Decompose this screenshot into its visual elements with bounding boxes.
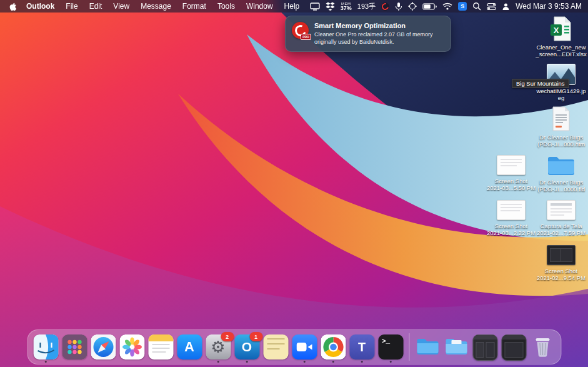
- label-line-1: Screen Shot: [495, 178, 527, 184]
- svg-text:X: X: [554, 26, 559, 35]
- microphone-icon[interactable]: [395, 0, 402, 13]
- icon-label: Dr Cleaner Bugs (PDG-JI...000.htm: [537, 134, 586, 148]
- desktop-icon-screenshot-3[interactable]: Captura de Tela 2021-02...7.59 PM: [535, 200, 587, 237]
- app-store-icon: A: [177, 334, 202, 359]
- icon-label: Screen Shot 2021-03...5.50 PM: [487, 178, 536, 192]
- menu-window[interactable]: Window: [241, 0, 279, 13]
- dock-safari[interactable]: [91, 334, 116, 361]
- gear-icon: ⚙: [211, 339, 225, 355]
- desktop-icon-html-file[interactable]: Dr Cleaner Bugs (PDG-JI...000.htm: [535, 106, 587, 148]
- label-line-1: Screen Shot: [495, 223, 527, 229]
- dock-app-store[interactable]: A: [177, 334, 202, 361]
- blue-app-letter: S: [461, 3, 464, 9]
- zoom-icon: [292, 334, 317, 359]
- desktop-icon-screenshot-2[interactable]: Screen Shot 2021-03...2.22 PM: [485, 200, 537, 237]
- label-line-2: (PDG-JI...0000.fld: [537, 186, 585, 193]
- label-line-2: (PDG-JI...000.htm: [537, 141, 586, 148]
- label-line-1: Captura de Tela: [541, 223, 582, 229]
- icon-label: Dr Cleaner Bugs (PDG-JI...0000.fld: [537, 179, 585, 193]
- notification-badge: 1: [249, 332, 262, 341]
- icon-label: Screen Shot 2021-02...9.54 PM: [537, 268, 586, 282]
- spotlight-search-icon[interactable]: [472, 0, 481, 13]
- apple-icon: [9, 2, 17, 11]
- folder-icon: [547, 154, 576, 176]
- dock-trash[interactable]: [530, 334, 555, 361]
- running-indicator: [389, 361, 392, 363]
- cleaner-one-menu-icon[interactable]: [381, 3, 389, 11]
- desktop: Outlook File Edit View Message Format To…: [0, 0, 588, 367]
- dock-system-preferences[interactable]: ⚙ 2: [206, 334, 231, 361]
- desktop-icon-excel-file[interactable]: X Cleaner_One_new _screen...EDIT.xlsx: [535, 16, 587, 58]
- label-line-2: 2021-02...7.59 PM: [537, 229, 586, 236]
- dock-photos[interactable]: [119, 334, 144, 361]
- blue-app-icon[interactable]: S: [458, 2, 467, 11]
- dock-minimized-window-2[interactable]: [501, 334, 526, 361]
- terminal-icon: >_: [378, 334, 403, 359]
- dock-terminal[interactable]: >_: [378, 334, 403, 361]
- dock-chrome[interactable]: [321, 334, 346, 361]
- desktop-icon-screenshot-1[interactable]: Screen Shot 2021-03...5.50 PM: [485, 155, 537, 192]
- apple-menu[interactable]: [5, 2, 21, 11]
- menu-bar-clock[interactable]: Wed Mar 3 9:53 AM: [516, 2, 583, 11]
- menu-file[interactable]: File: [60, 0, 83, 13]
- menu-tools[interactable]: Tools: [212, 0, 241, 13]
- icon-label: wechatIMG1429.jp eg: [536, 88, 586, 102]
- control-center-icon[interactable]: [487, 0, 496, 13]
- chrome-icon: [321, 334, 346, 359]
- screenshot-crosshair-icon[interactable]: [408, 0, 417, 13]
- label-line-2: 2021-03...2.22 PM: [487, 229, 536, 236]
- dock-folder-1[interactable]: [415, 334, 440, 361]
- label-line-1: wechatIMG1429.jp: [536, 88, 586, 94]
- dropbox-icon[interactable]: [326, 0, 335, 13]
- pro-badge: PRO: [301, 34, 311, 40]
- photos-icon: [119, 334, 144, 359]
- notification-banner[interactable]: PRO Smart Memory Optimization Cleaner On…: [285, 16, 451, 52]
- minimized-window-icon: [501, 334, 526, 361]
- display-icon[interactable]: [310, 0, 320, 13]
- menu-app-name[interactable]: Outlook: [21, 2, 60, 11]
- launchpad-icon: [62, 334, 87, 359]
- notification-body-line2: originally used by BaiduNetdisk.: [314, 39, 394, 45]
- dock-zoom[interactable]: [292, 334, 317, 361]
- teams-letter: T: [358, 340, 366, 354]
- wifi-icon[interactable]: [442, 0, 452, 13]
- battery-icon[interactable]: [422, 0, 437, 13]
- menu-bar: Outlook File Edit View Message Format To…: [0, 0, 588, 13]
- ime-status[interactable]: 193手: [357, 0, 376, 13]
- menu-edit[interactable]: Edit: [84, 0, 108, 13]
- label-line-1: Screen Shot: [545, 268, 577, 274]
- excel-file-icon: X: [549, 16, 574, 41]
- menu-view[interactable]: View: [107, 0, 135, 13]
- menu-message[interactable]: Message: [135, 0, 177, 13]
- dock-notes[interactable]: [148, 334, 173, 361]
- running-indicator: [217, 361, 219, 363]
- label-line-2: eg: [558, 94, 565, 101]
- dock-outlook[interactable]: O 1: [234, 334, 259, 361]
- dock-teams[interactable]: T: [349, 334, 374, 361]
- dock-minimized-window-1[interactable]: [472, 334, 497, 361]
- memory-value: 37%: [341, 6, 352, 11]
- menu-format[interactable]: Format: [177, 0, 212, 13]
- label-line-2: 2021-02...9.54 PM: [537, 274, 586, 281]
- running-indicator: [361, 361, 363, 363]
- icon-label: Captura de Tela 2021-02...7.59 PM: [537, 223, 586, 237]
- menu-bar-left: Outlook File Edit View Message Format To…: [5, 0, 305, 13]
- icon-label: Screen Shot 2021-03...2.22 PM: [487, 223, 536, 237]
- cleaner-one-pro-icon: PRO: [292, 22, 309, 39]
- dock-folder-2[interactable]: [444, 334, 469, 361]
- screenshot-file-icon: [547, 200, 576, 220]
- running-indicator: [332, 361, 334, 363]
- desktop-icon-screenshot-4[interactable]: Screen Shot 2021-02...9.54 PM: [535, 245, 587, 282]
- label-line-2: _screen...EDIT.xlsx: [536, 51, 586, 58]
- dock-stickies[interactable]: [263, 334, 288, 361]
- label-line-1: Dr Cleaner Bugs: [539, 134, 583, 141]
- menu-help[interactable]: Help: [279, 0, 306, 13]
- dock: A ⚙ 2 O 1: [27, 329, 561, 364]
- memory-status[interactable]: MEM 37%: [341, 0, 352, 13]
- dock-launchpad[interactable]: [62, 334, 87, 361]
- dock-finder[interactable]: [33, 334, 58, 361]
- running-indicator: [44, 361, 47, 363]
- label-line-1: Cleaner_One_new: [536, 44, 586, 51]
- fast-user-switch-icon[interactable]: [502, 0, 510, 13]
- desktop-icon-folder[interactable]: Dr Cleaner Bugs (PDG-JI...0000.fld: [535, 154, 587, 193]
